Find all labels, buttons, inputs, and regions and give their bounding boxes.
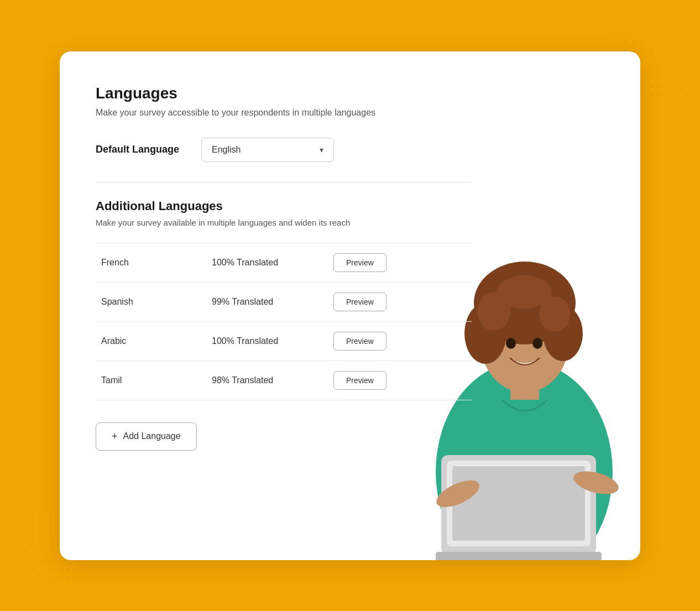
language-name: Spanish — [96, 282, 206, 321]
additional-languages-title: Additional Languages — [96, 199, 472, 213]
chevron-down-icon: ▾ — [320, 145, 323, 154]
svg-point-10 — [532, 338, 542, 349]
default-language-label: Default Language — [96, 144, 179, 155]
svg-point-8 — [497, 275, 552, 309]
add-language-button[interactable]: + Add Language — [96, 422, 197, 451]
preview-button[interactable]: Preview — [333, 293, 386, 311]
languages-title: Languages — [96, 85, 472, 102]
language-table-row: Spanish 99% Translated Preview — [96, 282, 472, 321]
language-table-row: Tamil 98% Translated Preview — [96, 361, 472, 400]
preview-cell: Preview — [328, 243, 472, 282]
svg-rect-13 — [452, 466, 585, 541]
preview-cell: Preview — [328, 361, 472, 400]
selected-language-text: English — [212, 145, 241, 155]
languages-subtitle: Make your survey accessible to your resp… — [96, 108, 472, 118]
additional-languages-subtitle: Make your survey available in multiple l… — [96, 218, 472, 227]
add-language-label: Add Language — [123, 431, 181, 441]
default-language-select[interactable]: English ▾ — [201, 138, 334, 162]
language-table-row: French 100% Translated Preview — [96, 243, 472, 282]
language-name: Tamil — [96, 361, 206, 400]
main-card: Languages Make your survey accessible to… — [60, 51, 640, 560]
preview-cell: Preview — [328, 282, 472, 321]
translation-status: 98% Translated — [206, 361, 328, 400]
preview-button[interactable]: Preview — [333, 253, 386, 272]
plus-icon: + — [112, 431, 118, 442]
translation-status: 100% Translated — [206, 243, 328, 282]
preview-button[interactable]: Preview — [333, 332, 386, 351]
translation-status: 99% Translated — [206, 282, 328, 321]
content-area: Languages Make your survey accessible to… — [96, 85, 472, 451]
svg-rect-14 — [436, 552, 602, 560]
language-table: French 100% Translated Preview Spanish 9… — [96, 243, 472, 400]
preview-button[interactable]: Preview — [333, 371, 386, 390]
preview-cell: Preview — [328, 321, 472, 361]
language-name: Arabic — [96, 321, 206, 361]
language-name: French — [96, 243, 206, 282]
language-table-row: Arabic 100% Translated Preview — [96, 321, 472, 361]
section-divider — [96, 182, 472, 182]
default-language-row: Default Language English ▾ — [96, 138, 472, 162]
svg-point-9 — [506, 338, 516, 349]
translation-status: 100% Translated — [206, 321, 328, 361]
